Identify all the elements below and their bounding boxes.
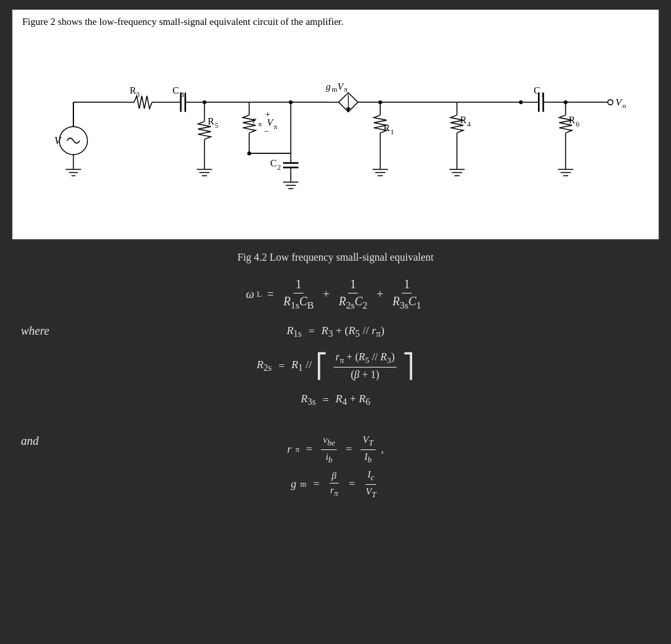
where-section: where R1s = R3 + (R5 // rπ) R2s = R1 // … [12, 324, 659, 408]
rpi-sub: π [296, 445, 299, 455]
r2s-r1: R1 // [292, 358, 312, 373]
r1s-equals: = [305, 325, 317, 338]
svg-text:π: π [344, 85, 348, 93]
frac-1-den: R1sCB [281, 294, 315, 311]
frac-1-num: 1 [294, 278, 303, 294]
svg-text:o: o [623, 102, 626, 109]
gm-eq: = [311, 478, 322, 491]
svg-text:m: m [332, 85, 337, 93]
r3s-rhs: R4 + R6 [336, 392, 370, 407]
r3s-equation: R3s = R4 + R6 [12, 392, 659, 407]
svg-text:g: g [326, 81, 330, 92]
svg-rect-0 [22, 41, 649, 220]
svg-text:5: 5 [215, 121, 218, 129]
r1s-equation-block: R1s = R3 + (R5 // rπ) [12, 324, 659, 339]
gm-eq2: = [346, 478, 358, 491]
r1s-rhs: R3 + (R5 // rπ) [321, 324, 384, 339]
svg-point-51 [289, 100, 293, 104]
circuit-diagram: V R 3 C B [22, 33, 649, 229]
frac-3: 1 R3sC1 [391, 278, 423, 311]
svg-text:R: R [208, 116, 214, 126]
rpi-frac2-num: VT [360, 434, 375, 450]
equals-sign: = [264, 288, 277, 301]
big-bracket-right: ⎤ [402, 354, 414, 378]
omega-subscript: L [257, 290, 261, 299]
rpi-frac1: vbe ib [321, 434, 337, 465]
r2s-frac: rπ + (R5 // R3) (β + 1) [334, 351, 396, 381]
rpi-eq: = [303, 443, 315, 456]
gm-frac2: Ic VT [364, 469, 378, 500]
omega-equation-block: ω L = 1 R1sCB + 1 R2sC2 + 1 R3sC1 [12, 278, 659, 311]
rpi-frac2-den: Ib [362, 450, 374, 465]
frac-3-num: 1 [402, 278, 412, 294]
svg-text:R: R [130, 85, 136, 96]
frac-2: 1 R2sC2 [337, 278, 370, 311]
svg-text:6: 6 [576, 120, 580, 128]
frac-2-den: R2sC2 [337, 294, 370, 311]
svg-text:4: 4 [467, 120, 471, 128]
svg-text:2: 2 [277, 163, 280, 171]
rpi-equation: r π = vbe ib = VT Ib , [287, 434, 384, 465]
gm-equation: g m = β rπ = Ic VT [291, 469, 380, 500]
svg-text:C: C [270, 158, 277, 168]
where-label: where [21, 324, 49, 338]
frac-1: 1 R1sCB [281, 278, 315, 311]
omega-symbol: ω [246, 288, 254, 301]
r3s-lhs: R3s [301, 392, 316, 407]
r2s-equation: R2s = R1 // ⎡ rπ + (R5 // R3) (β + 1) ⎤ [12, 351, 659, 381]
r3s-equals: = [320, 394, 332, 407]
figure-box: Figure 2 shows the low-frequency small-s… [12, 9, 659, 240]
svg-text:π: π [273, 123, 277, 130]
gm-sym: g [291, 478, 297, 491]
gm-frac2-den: VT [364, 485, 378, 500]
svg-point-93 [608, 100, 613, 105]
r2s-lhs: R2s [257, 358, 272, 373]
rpi-eq2: = [343, 443, 355, 456]
gm-frac1-num: β [330, 470, 338, 483]
big-bracket-left: ⎡ [316, 354, 328, 378]
svg-text:π: π [258, 120, 262, 128]
plus-2: + [377, 288, 383, 301]
rpi-gm-block: r π = vbe ib = VT Ib , g [12, 434, 659, 500]
gm-frac2-num: Ic [366, 469, 377, 485]
r2s-equation-block: R2s = R1 // ⎡ rπ + (R5 // R3) (β + 1) ⎤ [12, 351, 659, 381]
gm-frac1-den: rπ [328, 483, 340, 499]
circuit-svg: V R 3 C B [22, 39, 649, 223]
r3s-equation-block: R3s = R4 + R6 [12, 392, 659, 407]
omega-equation: ω L = 1 R1sCB + 1 R2sC2 + 1 R3sC1 [12, 278, 659, 311]
r1s-equation: R1s = R3 + (R5 // rπ) [12, 324, 659, 339]
r2s-frac-den: (β + 1) [349, 368, 381, 381]
rpi-frac1-num: vbe [321, 434, 337, 450]
r1s-lhs: R1s [286, 324, 301, 339]
and-section: and r π = vbe ib = VT Ib , [12, 434, 659, 513]
rpi-frac1-den: ib [324, 450, 334, 465]
rpi-equation-block: r π = vbe ib = VT Ib , g [12, 434, 659, 500]
r2s-frac-num: rπ + (R5 // R3) [334, 351, 396, 368]
r2s-equals: = [276, 360, 288, 373]
rpi-sym: r [287, 443, 292, 456]
fig-label: Fig 4.2 Low frequency small-signal equiv… [12, 252, 659, 263]
svg-text:C: C [172, 85, 179, 96]
gm-sub: m [300, 480, 306, 489]
and-label: and [21, 434, 39, 448]
frac-2-num: 1 [348, 278, 358, 294]
svg-text:1: 1 [391, 128, 394, 136]
frac-3-den: R3sC1 [391, 294, 423, 311]
figure-caption: Figure 2 shows the low-frequency small-s… [22, 16, 649, 28]
rpi-frac2: VT Ib [360, 434, 375, 465]
plus-1: + [323, 288, 330, 301]
gm-frac1: β rπ [328, 470, 340, 499]
rpi-comma: , [381, 443, 384, 456]
